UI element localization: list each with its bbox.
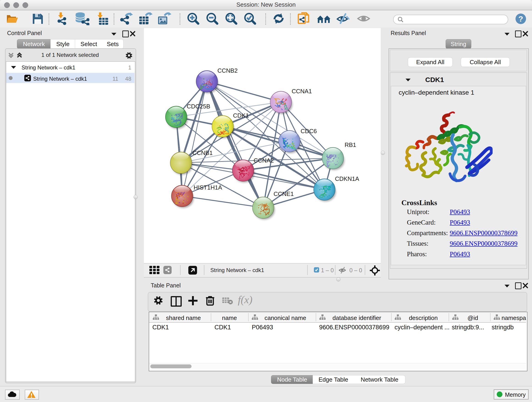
- svg-text:CDC6: CDC6: [301, 128, 317, 134]
- svg-text:CDK1: CDK1: [233, 112, 249, 119]
- svg-text:HIST1H1A: HIST1H1A: [194, 184, 222, 191]
- svg-text:CDKN1A: CDKN1A: [335, 175, 359, 182]
- svg-text:CDC25B: CDC25B: [187, 103, 210, 110]
- svg-text:RB1: RB1: [345, 141, 356, 148]
- svg-text:CCNB1: CCNB1: [192, 149, 213, 156]
- svg-text:CCNE1: CCNE1: [273, 191, 294, 197]
- svg-text:CCNB2: CCNB2: [217, 67, 238, 74]
- svg-text:CCNA1: CCNA1: [292, 88, 312, 95]
- svg-text:CCNA2: CCNA2: [254, 157, 274, 164]
